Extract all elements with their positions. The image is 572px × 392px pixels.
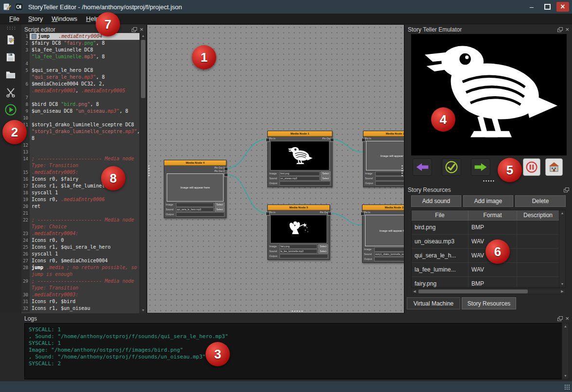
node-field-value[interactable]: story1_drako_luminelle_sceptre.mp3 xyxy=(374,252,404,256)
table-hscrollbar[interactable]: ◀ ▶ xyxy=(411,289,566,294)
code-row[interactable]: 31Icons r0, $bird xyxy=(21,298,140,305)
media-node[interactable]: Media Node 5Pin InPin Out Imagefairy.png… xyxy=(267,205,330,260)
add-sound-button[interactable]: Add sound xyxy=(411,195,461,207)
code-row[interactable]: Type: Transition xyxy=(21,162,140,169)
node-title[interactable]: Media Node 5 xyxy=(268,205,329,210)
cut-tools-button[interactable] xyxy=(3,85,18,100)
emulator-forward-button[interactable] xyxy=(471,158,490,176)
code-row[interactable]: 25Icons r1, $qui_sera_le_hero xyxy=(21,244,140,251)
code-row[interactable]: 6$mediaChoice0004 DC32, 2, xyxy=(21,81,140,87)
node-field-value[interactable]: la_fee_luminelle.mp3 xyxy=(279,249,317,254)
add-image-button[interactable]: Add image xyxy=(463,195,513,207)
code-row[interactable]: 20ret xyxy=(21,203,140,210)
scroll-up-icon[interactable]: ▲ xyxy=(562,324,569,329)
node-field-value[interactable] xyxy=(375,176,404,181)
scroll-right-icon[interactable]: ▶ xyxy=(559,289,565,294)
splitter-handle-right[interactable] xyxy=(401,165,403,176)
maximize-button[interactable] xyxy=(541,2,554,12)
resize-grip[interactable] xyxy=(564,384,570,390)
table-row[interactable]: la_fee_lumine...WAV xyxy=(412,263,565,277)
splitter-handle-bottom[interactable] xyxy=(291,310,303,312)
media-node[interactable]: Media Node 2Pin InImage will appear here… xyxy=(363,131,404,187)
code-row[interactable]: 10 xyxy=(21,115,140,121)
undock-panel-icon[interactable] xyxy=(557,316,563,321)
menu-file[interactable]: File xyxy=(5,14,24,23)
node-field-value[interactable] xyxy=(375,171,404,176)
scroll-down-icon[interactable]: ▼ xyxy=(559,281,565,287)
code-row[interactable]: 12 xyxy=(21,142,140,149)
open-project-button[interactable] xyxy=(3,68,18,82)
toolbar-drag-handle[interactable] xyxy=(6,26,15,30)
close-button[interactable]: × xyxy=(556,2,569,12)
code-row[interactable]: 2$fairy DC8 "fairy.png", 8 xyxy=(21,40,140,47)
node-field-value[interactable] xyxy=(374,247,404,252)
code-row[interactable]: 5$qui_sera_le_hero DC8 xyxy=(21,67,140,74)
output-port[interactable] xyxy=(330,138,334,142)
node-title[interactable]: Media Node 4 xyxy=(164,160,226,166)
output-port[interactable] xyxy=(328,212,331,216)
tab-virtual-machine[interactable]: Virtual Machine xyxy=(407,297,460,309)
code-row[interactable]: "story1_drako_luminelle_sceptre.mp3", xyxy=(21,128,140,135)
code-row[interactable]: 30.mediaEntry0003: xyxy=(21,291,140,298)
output-port[interactable] xyxy=(224,167,228,171)
code-row[interactable]: 1jump .mediaEntry0004 xyxy=(21,33,140,40)
input-port[interactable] xyxy=(266,212,270,216)
code-row[interactable]: .mediaEntry0003, .mediaEntry0005 xyxy=(21,87,140,94)
code-row[interactable]: 32Icons r1, $un_oiseau xyxy=(21,305,140,312)
code-row[interactable]: 14; ---------------------- Media node xyxy=(21,155,140,162)
close-panel-icon[interactable]: × xyxy=(565,316,569,321)
splitter-handle-left[interactable] xyxy=(148,165,150,176)
node-field-value[interactable]: un_oiseau.mp3 xyxy=(279,176,320,181)
select-button[interactable]: Select xyxy=(215,203,225,207)
scroll-thumb[interactable] xyxy=(418,290,528,293)
code-row[interactable]: Type: Choice xyxy=(21,223,140,230)
code-row[interactable]: 19Icons r0, .mediaEntry0006 xyxy=(21,196,140,203)
save-button[interactable] xyxy=(3,50,18,65)
code-row[interactable]: 7 xyxy=(21,94,140,101)
node-title[interactable]: Media Node 1 xyxy=(268,131,332,136)
code-row[interactable]: 27Icons r0, $mediaChoice0004 xyxy=(21,257,140,264)
output-port[interactable] xyxy=(224,173,228,177)
close-panel-icon[interactable]: × xyxy=(565,27,569,32)
column-description[interactable]: Description xyxy=(517,210,559,220)
scroll-up-icon[interactable]: ▲ xyxy=(559,210,565,216)
script-scrollbar[interactable]: ▲ ▼ xyxy=(139,33,146,313)
media-node[interactable]: Media Node 4Pin Out 1Pin Out 2Image will… xyxy=(164,160,226,218)
node-field-value[interactable] xyxy=(279,254,328,258)
code-row[interactable]: 26syscall 1 xyxy=(21,251,140,257)
code-row[interactable]: 3$la_fee_luminelle DC8 xyxy=(21,47,140,53)
scroll-left-icon[interactable]: ◀ xyxy=(412,289,417,294)
table-row[interactable]: fairy.pngBMP xyxy=(412,277,565,288)
code-row[interactable]: 23.mediaEntry0004: xyxy=(21,230,140,237)
code-row[interactable]: 13 xyxy=(21,149,140,155)
close-panel-icon[interactable]: × xyxy=(139,27,143,32)
select-button[interactable]: Select xyxy=(215,207,225,212)
code-row[interactable]: 29; ---------------------- Media node xyxy=(21,278,140,285)
code-row[interactable]: 28jump .media ; no return possible, so a xyxy=(21,264,140,271)
code-row[interactable]: 18syscall 1 xyxy=(21,189,140,196)
table-vscrollbar[interactable]: ▲ ▼ xyxy=(559,210,565,287)
code-row[interactable]: 21 xyxy=(21,210,140,217)
undock-panel-icon[interactable] xyxy=(132,27,137,32)
code-row[interactable]: 8$bird DC8 "bird.png", 8 xyxy=(21,101,140,108)
input-port[interactable] xyxy=(362,138,365,142)
delete-resource-button[interactable]: Delete xyxy=(515,195,566,207)
select-button[interactable]: Select xyxy=(321,171,330,176)
node-field-value[interactable] xyxy=(375,181,404,186)
undock-panel-icon[interactable] xyxy=(564,187,569,192)
code-row[interactable]: 4 xyxy=(21,60,140,67)
emulator-home-button[interactable] xyxy=(545,158,563,176)
run-story-button[interactable] xyxy=(3,102,18,117)
code-row[interactable]: "la_fee_luminelle.mp3", 8 xyxy=(21,53,140,60)
select-button[interactable]: Select xyxy=(318,244,328,249)
script-editor-toggle-button[interactable] xyxy=(3,33,18,47)
scroll-up-icon[interactable]: ▲ xyxy=(140,33,146,39)
node-field-value[interactable] xyxy=(176,203,214,207)
media-node[interactable]: Media Node 1Pin InPin Out Imagebird.pngS… xyxy=(267,131,332,187)
code-row[interactable]: 9$un_oiseau DC8 "un_oiseau.mp3", 8 xyxy=(21,108,140,115)
undock-panel-icon[interactable] xyxy=(557,27,563,32)
code-row[interactable]: jump is enough xyxy=(21,271,140,278)
logs-scrollbar[interactable]: ▲ ▼ xyxy=(562,323,569,379)
code-row[interactable]: 22; ---------------------- Media node xyxy=(21,217,140,223)
splitter-handle[interactable] xyxy=(483,180,494,182)
